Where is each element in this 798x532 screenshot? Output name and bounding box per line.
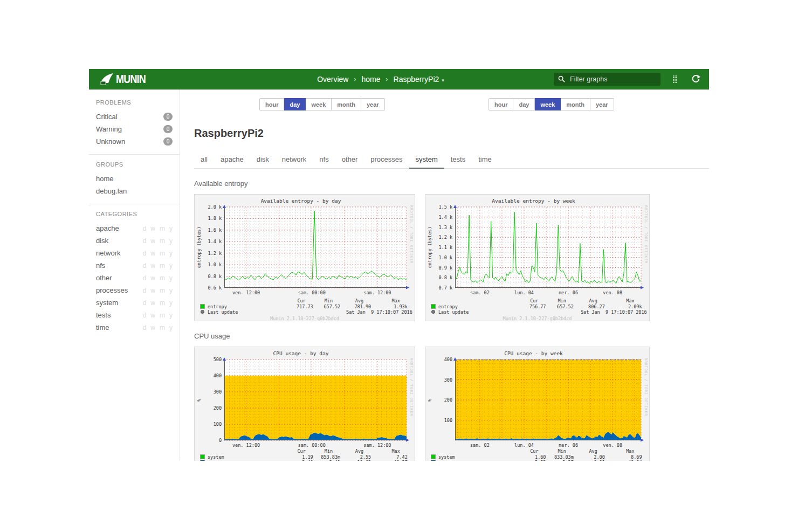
tab-system[interactable]: system	[409, 152, 444, 169]
legend-row-user: user3.402.4111.6346.57	[195, 460, 415, 461]
period-link-d[interactable]: d	[143, 274, 147, 282]
range-button-week[interactable]: week	[306, 98, 332, 110]
period-link-d[interactable]: d	[143, 225, 147, 232]
period-link-d[interactable]: d	[143, 299, 147, 307]
period-link-m[interactable]: m	[160, 324, 165, 331]
period-link-w[interactable]: w	[150, 312, 155, 319]
period-link-d[interactable]: d	[143, 312, 147, 319]
period-link-y[interactable]: y	[169, 324, 173, 331]
y-tick-label: 1.4 k	[195, 239, 222, 244]
period-link-w[interactable]: w	[150, 262, 155, 270]
sidebar-item-nfs[interactable]: nfsdwmy	[89, 259, 180, 272]
period-link-y[interactable]: y	[169, 225, 173, 232]
tab-tests[interactable]: tests	[444, 152, 472, 169]
munin-leaf-icon	[100, 73, 114, 86]
period-link-w[interactable]: w	[150, 324, 155, 331]
tab-other[interactable]: other	[335, 152, 364, 169]
sidebar-item-label: Critical	[96, 113, 163, 121]
search-input[interactable]	[569, 75, 650, 84]
y-tick-label: 100	[195, 422, 222, 427]
tab-network[interactable]: network	[276, 152, 313, 169]
sidebar-item-unknown[interactable]: Unknown0	[89, 135, 180, 148]
sidebar-item-tests[interactable]: testsdwmy	[89, 309, 180, 321]
range-button-year[interactable]: year	[361, 98, 385, 110]
period-link-y[interactable]: y	[169, 237, 173, 245]
munin-logo[interactable]: MUNIN	[100, 72, 208, 86]
period-link-y[interactable]: y	[169, 274, 173, 282]
period-link-w[interactable]: w	[150, 225, 155, 232]
sidebar-item-time[interactable]: timedwmy	[89, 321, 180, 334]
tab-disk[interactable]: disk	[250, 152, 276, 169]
sidebar-item-warning[interactable]: Warning0	[89, 123, 180, 135]
sidebar-item-apache[interactable]: apachedwmy	[89, 222, 180, 234]
sidebar-item-processes[interactable]: processesdwmy	[89, 284, 180, 296]
tab-apache[interactable]: apache	[214, 152, 250, 169]
sidebar-section-title: GROUPS	[89, 161, 180, 168]
grid-dots-icon[interactable]	[669, 73, 681, 85]
sidebar-item-label: network	[96, 249, 139, 257]
sidebar-item-system[interactable]: systemdwmy	[89, 296, 180, 309]
period-link-m[interactable]: m	[160, 250, 165, 257]
period-link-w[interactable]: w	[150, 299, 155, 307]
graph-panel-entropy-day[interactable]: Available entropy - by dayentropy (bytes…	[194, 194, 415, 321]
period-link-w[interactable]: w	[150, 250, 155, 257]
legend-series-name: system	[208, 454, 224, 460]
graph-panel-cpu-week[interactable]: CPU usage - by week%RRDTOOL / TOBI OETIK…	[425, 347, 650, 461]
period-link-m[interactable]: m	[160, 237, 165, 245]
graph-panel-entropy-week[interactable]: Available entropy - by weekentropy (byte…	[425, 194, 650, 321]
sidebar-item-disk[interactable]: diskdwmy	[89, 234, 180, 247]
tab-nfs[interactable]: nfs	[313, 152, 335, 169]
period-link-m[interactable]: m	[160, 262, 165, 270]
breadcrumb-item[interactable]: Overview	[317, 75, 348, 84]
range-button-month[interactable]: month	[561, 98, 590, 110]
sidebar-item-critical[interactable]: Critical0	[89, 110, 180, 123]
period-link-m[interactable]: m	[160, 274, 165, 282]
range-button-day[interactable]: day	[513, 98, 535, 110]
period-link-d[interactable]: d	[143, 324, 147, 331]
period-link-w[interactable]: w	[150, 287, 155, 294]
legend-row-entropy: entropy756.77657.52806.272.09k	[425, 304, 649, 309]
period-link-m[interactable]: m	[160, 287, 165, 294]
range-button-day[interactable]: day	[284, 98, 306, 110]
sidebar-item-network[interactable]: networkdwmy	[89, 247, 180, 259]
x-tick-label: sam. 00:00	[287, 290, 336, 295]
tab-time[interactable]: time	[472, 152, 498, 169]
refresh-icon[interactable]	[690, 73, 701, 85]
breadcrumb-item[interactable]: home	[361, 75, 380, 84]
period-links: dwmy	[139, 299, 173, 307]
graph-panel-cpu-day[interactable]: CPU usage - by day%RRDTOOL / TOBI OETIKE…	[194, 347, 415, 461]
period-link-m[interactable]: m	[160, 299, 165, 307]
period-link-m[interactable]: m	[160, 225, 165, 232]
tab-all[interactable]: all	[194, 152, 214, 169]
sidebar-item-home[interactable]: home	[89, 172, 180, 185]
period-link-y[interactable]: y	[169, 250, 173, 257]
tab-processes[interactable]: processes	[364, 152, 409, 169]
period-link-w[interactable]: w	[150, 237, 155, 245]
period-link-d[interactable]: d	[143, 237, 147, 245]
breadcrumb-item[interactable]: RaspberryPi2▾	[394, 75, 444, 84]
section-label-cpu-usage: CPU usage	[194, 332, 709, 340]
sidebar-section-title: CATEGORIES	[89, 211, 180, 217]
range-button-year[interactable]: year	[590, 98, 614, 110]
range-button-month[interactable]: month	[332, 98, 361, 110]
y-axis-arrow	[223, 357, 226, 361]
sidebar-item-label: other	[96, 274, 139, 282]
range-button-week[interactable]: week	[535, 98, 561, 110]
range-group-right: hourdayweekmonthyear	[489, 98, 614, 110]
period-link-m[interactable]: m	[160, 312, 165, 319]
period-link-y[interactable]: y	[169, 262, 173, 270]
legend-series-name: Last update	[438, 309, 469, 315]
range-button-hour[interactable]: hour	[489, 98, 513, 110]
period-link-y[interactable]: y	[169, 287, 173, 294]
period-link-d[interactable]: d	[143, 262, 147, 270]
sidebar-item-debug-lan[interactable]: debug.lan	[89, 185, 180, 197]
range-button-hour[interactable]: hour	[259, 98, 284, 110]
graph-plot	[224, 360, 407, 440]
period-link-d[interactable]: d	[143, 250, 147, 257]
period-link-y[interactable]: y	[169, 299, 173, 307]
x-tick-label: lun. 04	[500, 290, 548, 295]
period-link-d[interactable]: d	[143, 287, 147, 294]
period-link-y[interactable]: y	[169, 312, 173, 319]
sidebar-item-other[interactable]: otherdwmy	[89, 272, 180, 284]
period-link-w[interactable]: w	[150, 274, 155, 282]
